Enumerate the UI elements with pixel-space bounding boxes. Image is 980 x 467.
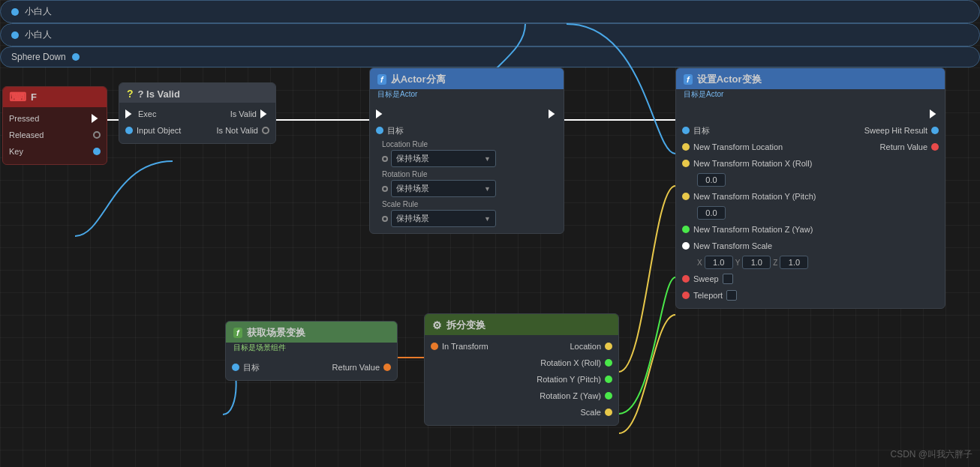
detach-location-dropdown[interactable]: 保持场景 ▼ <box>391 150 496 167</box>
var-top-port <box>11 8 19 16</box>
keyboard-released-port <box>93 131 101 139</box>
split-scale-label: Scale <box>580 408 601 417</box>
split-rotx-label: Rotation X (Roll) <box>540 358 601 367</box>
setactor-scale-y-input[interactable]: 1.0 <box>742 256 771 269</box>
split-header: ⚙ 拆分变换 <box>425 314 618 335</box>
detach-rotation-value: 保持场景 <box>396 183 429 194</box>
setactor-exec-out <box>930 109 939 118</box>
setactor-rotx-row: New Transform Rotation X (Roll) <box>676 155 945 172</box>
isvalid-exec-row: Exec Is Valid <box>119 106 275 122</box>
var-top-node: 小白人 <box>0 0 980 23</box>
keyboard-released-label: Released <box>9 130 44 139</box>
detach-body: 目标 Location Rule 保持场景 ▼ Rotation Rule <box>370 103 564 233</box>
setactor-scale-inputs-row: X 1.0 Y 1.0 Z 1.0 <box>676 254 945 271</box>
detach-rotation-arrow: ▼ <box>484 185 491 193</box>
setactor-rotx-input[interactable]: 0.0 <box>697 173 726 187</box>
detach-location-label: Location Rule <box>382 140 496 148</box>
getscene-func-icon: f <box>233 328 242 338</box>
setactor-scale-z-label: Z <box>773 259 777 267</box>
isvalid-exec-in-port <box>125 109 134 118</box>
split-scale-row: Scale <box>425 404 618 421</box>
detach-scale-dropdown[interactable]: 保持场景 ▼ <box>391 210 496 227</box>
split-rotx-row: Rotation X (Roll) <box>425 355 618 371</box>
keyboard-key-label: Key <box>9 147 23 156</box>
split-title: 拆分变换 <box>446 319 485 332</box>
setactor-roty-port <box>682 193 690 200</box>
var-sphere-label: Sphere Down <box>11 52 66 62</box>
split-rotz-label: Rotation Z (Yaw) <box>540 391 601 400</box>
split-intransform-row: In Transform Location <box>425 338 618 355</box>
setactor-sweep-hit-label: Sweep Hit Result <box>864 126 927 135</box>
setactor-scale-y-label: Y <box>735 259 741 267</box>
detach-exec-out <box>549 109 558 118</box>
split-location-port <box>605 343 612 350</box>
detach-scale-port <box>382 216 388 222</box>
keyboard-header: ⌨ F <box>3 87 107 107</box>
detach-target-row: 目标 <box>370 122 564 139</box>
detach-header: f 从Actor分离 <box>370 68 564 89</box>
isvalid-isvalid-port <box>260 109 269 118</box>
setactor-scale-port <box>682 242 690 250</box>
setactor-rotz-row: New Transform Rotation Z (Yaw) <box>676 221 945 238</box>
setactor-rotx-label: New Transform Rotation X (Roll) <box>693 159 812 168</box>
keyboard-pressed-port <box>92 114 101 123</box>
setactor-rotz-label: New Transform Rotation Z (Yaw) <box>693 225 813 234</box>
getscene-return-port <box>383 364 391 371</box>
keyboard-key-port <box>93 148 101 155</box>
var-left-label: 小白人 <box>25 28 52 41</box>
split-node: ⚙ 拆分变换 In Transform Location Rotation X … <box>424 313 619 426</box>
isvalid-input-row: Input Object Is Not Valid <box>119 122 275 139</box>
keyboard-body: Pressed Released Key <box>3 107 107 164</box>
detach-target-label: 目标 <box>387 125 404 136</box>
split-roty-label: Rotation Y (Pitch) <box>537 375 601 384</box>
detach-location-value: 保持场景 <box>396 153 429 164</box>
setactor-roty-row: New Transform Rotation Y (Pitch) <box>676 188 945 205</box>
keyboard-icon: ⌨ <box>9 90 26 104</box>
detach-target-port <box>376 127 383 134</box>
split-icon: ⚙ <box>432 319 442 331</box>
setactor-teleport-row: Teleport <box>676 287 945 304</box>
split-in-label: In Transform <box>442 342 488 351</box>
setactor-node: f 设置Actor变换 目标是Actor 目标 Sweep Hit Result <box>675 67 945 309</box>
setactor-sweep-label: Sweep <box>693 274 719 283</box>
detach-scale-value: 保持场景 <box>396 213 429 224</box>
getscene-return-label: Return Value <box>332 363 380 372</box>
detach-node: f 从Actor分离 目标是Actor 目标 Location Rule <box>369 67 564 234</box>
detach-location-row: Location Rule 保持场景 ▼ <box>370 139 564 169</box>
keyboard-key-row: Key <box>3 143 107 160</box>
getscene-body: 目标 Return Value <box>226 356 397 380</box>
watermark: CSDN @叫我六胖子 <box>890 448 972 461</box>
setactor-return-port <box>931 143 939 151</box>
setactor-roty-input-row: 0.0 <box>676 205 945 221</box>
setactor-sweep-checkbox[interactable] <box>723 274 733 284</box>
setactor-scale-row: New Transform Scale <box>676 238 945 254</box>
isvalid-isvalid-label: Is Valid <box>230 109 257 118</box>
isvalid-notvalid-port <box>262 127 269 134</box>
isvalid-header: ? ? Is Valid <box>119 83 275 103</box>
setactor-body: 目标 Sweep Hit Result New Transform Locati… <box>676 103 945 308</box>
setactor-rotx-input-row: 0.0 <box>676 172 945 188</box>
getscene-subtitle: 目标是场景组件 <box>226 343 397 356</box>
setactor-scale-x-input[interactable]: 1.0 <box>705 256 733 269</box>
detach-scale-label: Scale Rule <box>382 200 496 208</box>
isvalid-notvalid-label: Is Not Valid <box>217 126 258 135</box>
setactor-scale-z-input[interactable]: 1.0 <box>780 256 808 269</box>
setactor-teleport-checkbox[interactable] <box>726 290 737 301</box>
detach-scale-row: Scale Rule 保持场景 ▼ <box>370 199 564 229</box>
getscene-header: f 获取场景变换 <box>226 322 397 343</box>
setactor-teleport-port <box>682 292 690 299</box>
setactor-roty-input[interactable]: 0.0 <box>697 206 726 220</box>
setactor-subtitle: 目标是Actor <box>676 89 945 103</box>
setactor-rotx-port <box>682 160 690 167</box>
setactor-exec-row <box>676 106 945 122</box>
keyboard-released-row: Released <box>3 127 107 143</box>
setactor-func-icon: f <box>684 74 693 85</box>
setactor-target-row: 目标 Sweep Hit Result <box>676 122 945 139</box>
isvalid-icon: ? <box>127 88 134 100</box>
keyboard-title: F <box>31 91 37 103</box>
getscene-target-port <box>232 364 239 371</box>
detach-rotation-dropdown[interactable]: 保持场景 ▼ <box>391 180 496 197</box>
split-rotz-port <box>605 392 612 400</box>
keyboard-node: ⌨ F Pressed Released Key <box>2 86 107 165</box>
setactor-title: 设置Actor变换 <box>697 73 762 86</box>
